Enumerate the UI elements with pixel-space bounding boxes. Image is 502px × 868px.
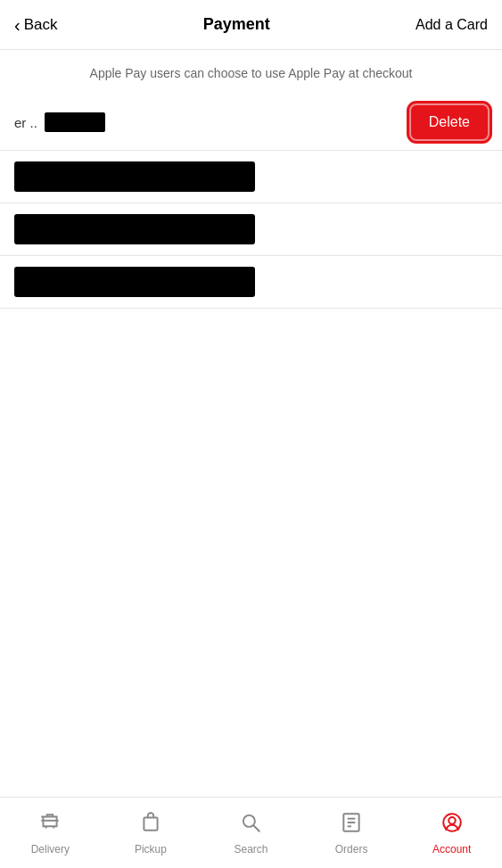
delivery-icon [38, 811, 62, 839]
page-title: Payment [203, 15, 270, 34]
nav-delivery-label: Delivery [31, 843, 70, 856]
orders-icon [340, 811, 363, 839]
nav-account-label: Account [432, 843, 471, 856]
top-nav: ‹ Back Payment Add a Card [0, 0, 502, 50]
payment-item[interactable] [0, 203, 502, 256]
add-card-button[interactable]: Add a Card [416, 17, 488, 33]
svg-rect-0 [144, 817, 157, 830]
svg-point-8 [449, 817, 456, 824]
nav-search-label: Search [234, 843, 267, 856]
card-row: er .. Delete [0, 95, 502, 151]
back-label: Back [24, 16, 58, 34]
payment-item-redacted-3 [14, 267, 255, 297]
card-label-prefix: er .. [14, 115, 37, 130]
nav-pickup-label: Pickup [135, 843, 167, 856]
nav-item-search[interactable]: Search [201, 811, 301, 856]
payment-item-redacted-2 [14, 214, 255, 244]
nav-item-account[interactable]: Account [401, 811, 502, 856]
nav-item-pickup[interactable]: Pickup [101, 811, 202, 856]
bottom-nav: Delivery Pickup Search [0, 797, 502, 868]
card-number-redacted [45, 112, 105, 132]
account-icon [440, 811, 464, 839]
search-icon [239, 811, 262, 839]
info-banner: Apple Pay users can choose to use Apple … [0, 50, 502, 95]
back-button[interactable]: ‹ Back [14, 16, 57, 34]
info-banner-text: Apple Pay users can choose to use Apple … [90, 66, 413, 80]
payment-item[interactable] [0, 256, 502, 309]
payment-item-redacted-1 [14, 161, 255, 192]
svg-point-1 [243, 814, 255, 826]
payment-list [0, 151, 502, 309]
nav-item-orders[interactable]: Orders [301, 811, 402, 856]
back-chevron-icon: ‹ [14, 16, 21, 34]
nav-item-delivery[interactable]: Delivery [0, 811, 101, 856]
svg-line-2 [254, 825, 259, 831]
pickup-icon [139, 811, 162, 839]
nav-orders-label: Orders [335, 843, 368, 856]
delete-button[interactable]: Delete [411, 105, 488, 139]
card-info: er .. [14, 112, 105, 132]
payment-item[interactable] [0, 151, 502, 203]
